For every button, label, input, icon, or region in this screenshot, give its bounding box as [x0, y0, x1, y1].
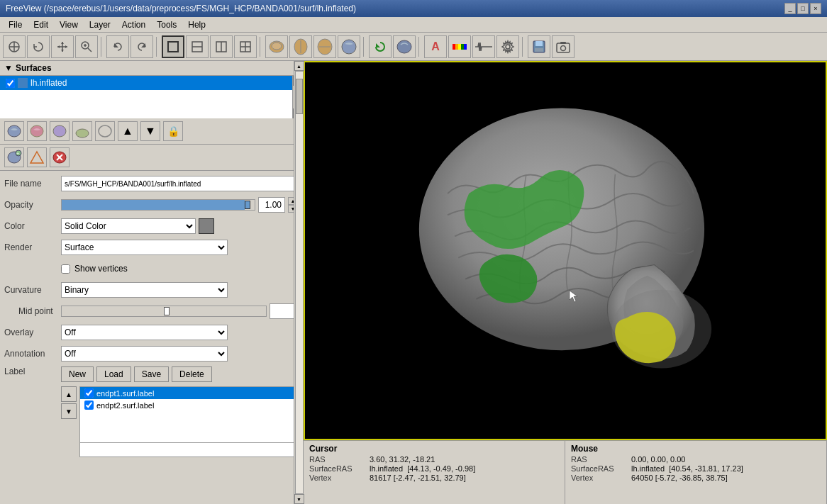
refresh-button[interactable]	[369, 35, 392, 58]
file-name-input[interactable]	[61, 176, 298, 191]
move-up-btn[interactable]: ▲	[118, 121, 138, 141]
menu-edit[interactable]: Edit	[28, 18, 54, 31]
render-row: Render Surface Wireframe Points	[4, 239, 298, 256]
single-view-button[interactable]	[162, 35, 184, 58]
save-button[interactable]	[528, 35, 550, 58]
label-new-button[interactable]: New	[61, 366, 94, 382]
annotation-label: Annotation	[4, 349, 61, 359]
cursor-ras-val: 3.60, 31.32, -18.21	[370, 455, 435, 464]
grid2v-button[interactable]	[210, 35, 233, 58]
label-down-btn[interactable]: ▼	[61, 403, 77, 419]
remove-surface-btn[interactable]	[50, 147, 70, 167]
label-label: Label	[4, 366, 61, 376]
mouse-surface-key: SurfaceRAS	[571, 464, 631, 473]
surface-checkbox[interactable]	[6, 79, 15, 88]
move-down-btn[interactable]: ▼	[140, 121, 160, 141]
svg-rect-41	[560, 42, 566, 44]
curvature-dropdown[interactable]: Binary Continuous Off	[61, 282, 228, 298]
left-scroll-down[interactable]: ▼	[294, 494, 304, 504]
svg-point-22	[272, 43, 282, 50]
menu-tools[interactable]: Tools	[151, 18, 182, 31]
color-picker-box[interactable]	[199, 218, 214, 234]
overlay-dropdown[interactable]: Off	[61, 325, 228, 340]
maximize-button[interactable]: □	[797, 3, 809, 14]
grid4-button[interactable]	[234, 35, 257, 58]
sep1	[101, 37, 104, 57]
brain-view-button[interactable]	[393, 35, 416, 58]
brain-flat-btn[interactable]	[72, 121, 92, 141]
label-checkbox-endpt2[interactable]	[84, 401, 94, 410]
left-scroll-thumb[interactable]	[296, 79, 303, 114]
sagittal-button[interactable]	[313, 35, 336, 58]
color-dropdown[interactable]: Solid Color Curvature Overlay	[61, 218, 196, 234]
screenshot-button[interactable]	[552, 35, 575, 58]
navigate-button[interactable]	[3, 35, 26, 58]
menu-file[interactable]: File	[3, 18, 28, 31]
undo-button[interactable]	[106, 35, 129, 58]
waveform-button[interactable]	[472, 35, 495, 58]
opacity-input[interactable]	[258, 197, 285, 213]
3d-button[interactable]	[338, 35, 360, 58]
brain-medial-btn[interactable]	[27, 121, 47, 141]
left-panel: ▼ Surfaces lh.inflated ▲ ▼	[0, 61, 304, 504]
surfaces-list: lh.inflated	[0, 76, 292, 118]
zoom-button[interactable]	[75, 35, 98, 58]
menu-help[interactable]: Help	[182, 18, 211, 31]
left-scroll-track[interactable]	[295, 71, 304, 494]
label-checkbox-endpt1[interactable]	[84, 388, 94, 398]
menu-action[interactable]: Action	[116, 18, 151, 31]
brain-inflated-btn[interactable]	[50, 121, 70, 141]
lock-btn[interactable]: 🔒	[163, 121, 183, 141]
menu-view[interactable]: View	[54, 18, 84, 31]
viewport[interactable]	[304, 61, 827, 440]
waypoints-btn[interactable]	[27, 147, 47, 167]
curvature-row: Curvature Binary Continuous Off	[4, 281, 298, 298]
label-list-container: ▲ ▼ endpt1.surf.label	[61, 386, 298, 457]
cursor-surface-key: SurfaceRAS	[309, 464, 370, 473]
color-button[interactable]	[448, 35, 471, 58]
grid2h-button[interactable]	[186, 35, 209, 58]
add-surface-btn[interactable]: +	[4, 147, 24, 167]
move-button[interactable]	[51, 35, 74, 58]
text-button[interactable]: A	[424, 35, 447, 58]
redo-button[interactable]	[131, 35, 153, 58]
brain-outline-btn[interactable]	[95, 121, 115, 141]
close-button[interactable]: ×	[810, 3, 821, 14]
label-up-btn[interactable]: ▲	[61, 386, 77, 402]
show-vertices-checkbox[interactable]	[61, 264, 70, 274]
mouse-surface-name: lh.inflated	[631, 464, 665, 473]
annotation-dropdown[interactable]: Off	[61, 346, 228, 362]
mouse-surface-val: lh.inflated [40.54, -31.81, 17.23]	[631, 464, 743, 473]
label-item-endpt2[interactable]: endpt2.surf.label	[80, 399, 297, 411]
brain-lateral-btn[interactable]	[4, 121, 24, 141]
mouse-vertex-row: Vertex 64050 [-5.72, -36.85, 38.75]	[571, 474, 821, 482]
coronal-button[interactable]	[289, 35, 312, 58]
axial-button[interactable]	[265, 35, 288, 58]
surfaces-collapse-icon[interactable]: ▼	[4, 63, 13, 73]
minimize-button[interactable]: _	[784, 3, 796, 14]
surface-item-lh-inflated[interactable]: lh.inflated	[0, 76, 292, 90]
mouse-vertex-key: Vertex	[571, 474, 631, 482]
settings-button[interactable]	[496, 35, 519, 58]
svg-point-27	[342, 40, 356, 54]
svg-point-47	[99, 125, 111, 137]
label-delete-button[interactable]: Delete	[172, 366, 212, 382]
midpoint-row: Mid point 0	[4, 303, 298, 320]
left-panel-scrollbar[interactable]: ▲ ▼	[294, 61, 304, 504]
mouse-surface-ras-label: SurfaceRAS	[571, 464, 614, 473]
left-scroll-up[interactable]: ▲	[294, 61, 304, 71]
label-item-endpt1[interactable]: endpt1.surf.label	[80, 387, 297, 399]
label-load-button[interactable]: Load	[96, 366, 131, 382]
opacity-slider[interactable]	[61, 199, 255, 211]
svg-rect-34	[464, 44, 467, 50]
svg-marker-6	[65, 45, 67, 48]
window-controls[interactable]: _ □ ×	[784, 3, 821, 14]
rotate-button[interactable]	[27, 35, 50, 58]
label-buttons: New Load Save Delete	[61, 366, 298, 382]
properties-area: File name Opacity ▲ ▼	[0, 171, 302, 504]
overlay-label: Overlay	[4, 327, 61, 337]
render-dropdown[interactable]: Surface Wireframe Points	[61, 240, 228, 255]
midpoint-slider[interactable]	[61, 306, 267, 317]
label-save-button[interactable]: Save	[134, 366, 169, 382]
menu-layer[interactable]: Layer	[84, 18, 116, 31]
